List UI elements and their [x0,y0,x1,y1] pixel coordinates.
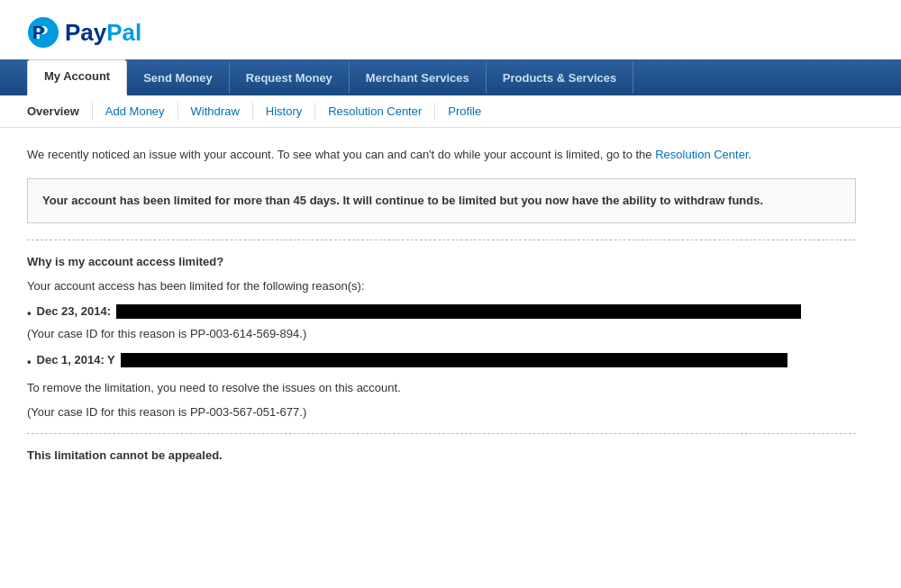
bullet-2: • [27,355,32,368]
footer-text: This limitation cannot be appealed. [27,448,856,462]
sub-nav-add-money[interactable]: Add Money [92,103,177,120]
nav-item-merchant-services[interactable]: Merchant Services [350,62,487,94]
remove-text: To remove the limitation, you need to re… [27,379,856,397]
reason-item-1: • Dec 23, 2014: [27,304,856,320]
warning-text: Your account has been limited for more t… [42,194,763,207]
reason-date-2: Dec 1, 2014: Y [37,353,115,366]
main-nav: My Account Send Money Request Money Merc… [0,59,901,95]
logo-text: PayPal [65,19,141,47]
case-id-1: (Your case ID for this reason is PP-003-… [27,327,856,340]
redacted-bar-1 [116,304,801,319]
paypal-logo[interactable]: P P PayPal [27,16,874,49]
nav-item-products-services[interactable]: Products & Services [487,62,633,94]
notice-text-before: We recently noticed an issue with your a… [27,148,652,161]
sub-nav: Overview Add Money Withdraw History Reso… [0,95,901,128]
notice-period: . [749,148,752,161]
warning-box: Your account has been limited for more t… [27,178,856,224]
sub-nav-profile[interactable]: Profile [434,103,494,120]
svg-text:P: P [32,22,45,42]
logo-area: P P PayPal [0,0,901,59]
redacted-bar-2 [121,353,787,367]
sub-nav-overview[interactable]: Overview [27,103,92,120]
sub-nav-history[interactable]: History [252,103,314,120]
bullet-1: • [27,306,32,320]
main-content: We recently noticed an issue with your a… [0,128,883,489]
case-id-2: (Your case ID for this reason is PP-003-… [27,405,856,419]
sub-nav-withdraw[interactable]: Withdraw [177,103,252,120]
nav-item-my-account[interactable]: My Account [27,59,127,95]
reason-item-2: • Dec 1, 2014: Y [27,353,856,368]
reason-date-1: Dec 23, 2014: [37,304,111,318]
notice-bar: We recently noticed an issue with your a… [27,146,856,164]
paypal-logo-icon: P P [27,16,59,49]
sub-nav-resolution-center[interactable]: Resolution Center [314,103,434,120]
section-intro: Your account access has been limited for… [27,277,856,295]
resolution-center-link[interactable]: Resolution Center [655,148,748,161]
nav-item-request-money[interactable]: Request Money [230,62,350,94]
divider-1 [27,240,856,240]
divider-2 [27,433,856,434]
section-title: Why is my account access limited? [27,255,856,268]
nav-item-send-money[interactable]: Send Money [127,62,230,94]
